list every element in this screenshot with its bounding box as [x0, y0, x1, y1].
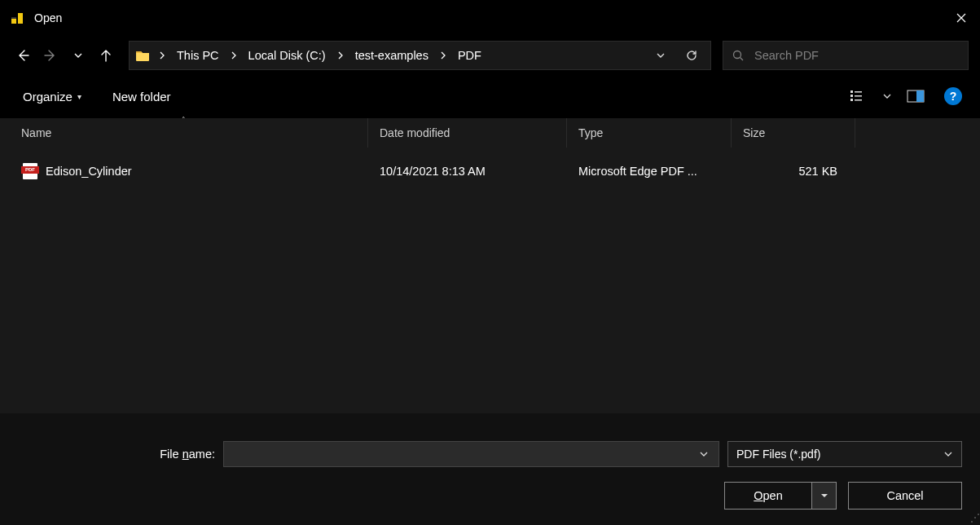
file-name-cell: Edison_Cylinder	[0, 163, 368, 179]
filename-input[interactable]	[229, 448, 694, 461]
svg-rect-9	[855, 99, 862, 101]
search-icon	[732, 49, 745, 62]
breadcrumb-local-disk[interactable]: Local Disk (C:)	[245, 49, 329, 62]
cancel-label: Cancel	[886, 489, 923, 502]
filter-label: PDF Files (*.pdf)	[736, 448, 820, 461]
breadcrumb-test-examples[interactable]: test-examples	[352, 49, 432, 62]
column-end	[855, 118, 980, 148]
column-date-label: Date modified	[380, 126, 450, 139]
column-name[interactable]: ˄ Name	[0, 118, 368, 148]
filename-label: File name:	[0, 448, 215, 461]
filename-input-container[interactable]	[223, 441, 719, 467]
filename-row: File name: PDF Files (*.pdf)	[0, 441, 962, 467]
breadcrumb-this-pc[interactable]: This PC	[174, 49, 222, 62]
new-folder-label: New folder	[112, 90, 171, 104]
breadcrumb-pdf[interactable]: PDF	[455, 49, 485, 62]
organize-button[interactable]: Organize ▾	[18, 85, 86, 108]
svg-rect-8	[855, 95, 862, 97]
toolbar: Organize ▾ New folder ?	[0, 75, 980, 117]
preview-pane-button[interactable]	[902, 84, 929, 108]
column-headers: ˄ Name Date modified Type Size	[0, 118, 980, 148]
new-folder-button[interactable]: New folder	[108, 85, 176, 108]
svg-rect-2	[11, 17, 16, 19]
forward-button[interactable]	[39, 41, 62, 70]
change-view-button[interactable]	[845, 84, 872, 108]
svg-point-3	[734, 51, 741, 59]
pdf-file-icon	[23, 163, 37, 179]
file-date-cell: 10/14/2021 8:13 AM	[368, 165, 567, 178]
chevron-down-icon	[943, 449, 953, 459]
search-input[interactable]	[754, 49, 960, 62]
open-button-group: Open	[724, 482, 837, 510]
title-bar: Open	[0, 0, 980, 36]
file-type-filter[interactable]: PDF Files (*.pdf)	[727, 441, 962, 467]
svg-rect-5	[850, 95, 853, 97]
svg-rect-6	[850, 99, 853, 101]
open-button[interactable]: Open	[724, 482, 812, 510]
file-type-cell: Microsoft Edge PDF ...	[567, 165, 732, 178]
folder-icon	[134, 47, 151, 64]
filename-dropdown-button[interactable]	[694, 449, 714, 459]
file-size-cell: 521 KB	[732, 165, 855, 178]
svg-rect-4	[850, 90, 853, 93]
file-name-text: Edison_Cylinder	[46, 165, 132, 178]
chevron-right-icon[interactable]	[435, 51, 451, 60]
window-title: Open	[34, 11, 62, 24]
open-split-button[interactable]	[812, 482, 837, 510]
column-date[interactable]: Date modified	[368, 118, 567, 148]
recent-locations-button[interactable]	[67, 41, 90, 70]
column-type-label: Type	[578, 126, 603, 139]
chevron-down-icon: ▾	[77, 92, 81, 101]
address-bar[interactable]: This PC Local Disk (C:) test-examples PD…	[129, 41, 711, 70]
sort-indicator-icon: ˄	[182, 116, 186, 124]
view-dropdown-button[interactable]	[881, 84, 894, 108]
column-name-label: Name	[21, 126, 51, 139]
file-row[interactable]: Edison_Cylinder 10/14/2021 8:13 AM Micro…	[0, 157, 980, 185]
svg-rect-11	[916, 90, 924, 102]
back-button[interactable]	[11, 41, 34, 70]
column-size-label: Size	[743, 126, 765, 139]
cancel-button[interactable]: Cancel	[848, 482, 962, 510]
refresh-button[interactable]	[678, 42, 705, 69]
column-type[interactable]: Type	[567, 118, 732, 148]
app-icon	[10, 11, 24, 25]
organize-label: Organize	[23, 90, 73, 104]
help-button[interactable]: ?	[944, 87, 962, 105]
close-button[interactable]	[943, 0, 980, 36]
chevron-right-icon[interactable]	[226, 51, 242, 60]
actions-row: Open Cancel	[0, 482, 962, 510]
previous-locations-button[interactable]	[647, 42, 675, 69]
chevron-right-icon[interactable]	[154, 51, 170, 60]
column-size[interactable]: Size	[732, 118, 855, 148]
up-button[interactable]	[94, 41, 117, 70]
svg-rect-7	[855, 91, 862, 93]
svg-rect-1	[18, 13, 23, 24]
resize-grip-icon[interactable]: ⋰	[970, 512, 978, 523]
file-list: ˄ Name Date modified Type Size Edison_Cy…	[0, 117, 980, 413]
chevron-right-icon[interactable]	[332, 51, 349, 60]
search-box[interactable]	[723, 41, 969, 70]
bottom-panel: File name: PDF Files (*.pdf) Open Cancel	[0, 413, 980, 525]
navigation-bar: This PC Local Disk (C:) test-examples PD…	[0, 36, 980, 75]
